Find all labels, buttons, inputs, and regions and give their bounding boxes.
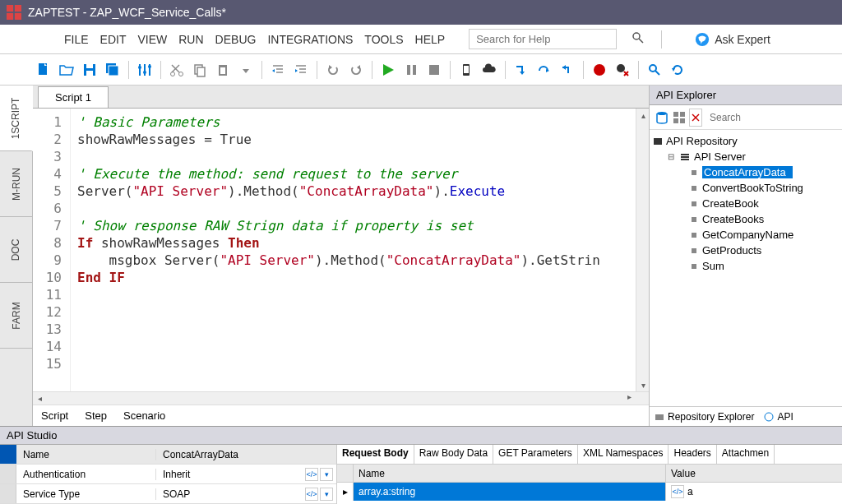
svg-point-23 bbox=[179, 72, 183, 76]
copy-button[interactable] bbox=[189, 59, 210, 81]
prop-dropdown-icon[interactable]: ▾ bbox=[320, 488, 333, 501]
tree-method-concatarraydata[interactable]: ConcatArrayData bbox=[653, 164, 839, 180]
tab-get-params[interactable]: GET Parameters bbox=[493, 445, 578, 464]
svg-rect-25 bbox=[197, 67, 205, 76]
code-body[interactable]: ' Basic ParametersshowRawMessages = True… bbox=[71, 109, 649, 391]
tree-method-convertbooktostring[interactable]: ConvertBookToString bbox=[653, 180, 839, 196]
save-button[interactable] bbox=[79, 59, 100, 81]
tab-attachments[interactable]: Attachmen bbox=[717, 445, 775, 464]
menu-help[interactable]: HELP bbox=[415, 33, 446, 46]
step-out-button[interactable] bbox=[557, 59, 578, 81]
req-header-name: Name bbox=[354, 465, 666, 482]
svg-point-22 bbox=[171, 72, 175, 76]
api-search-input[interactable] bbox=[706, 109, 837, 126]
horizontal-scrollbar[interactable]: ◂ ▸ bbox=[33, 391, 649, 405]
tab-request-body[interactable]: Request Body bbox=[337, 445, 414, 464]
req-code-icon[interactable]: </> bbox=[671, 485, 684, 498]
svg-rect-66 bbox=[692, 170, 696, 175]
row-selector-icon[interactable]: ▸ bbox=[337, 483, 354, 501]
indent-button[interactable] bbox=[290, 59, 312, 81]
step-over-button[interactable] bbox=[534, 59, 555, 81]
scroll-right-icon[interactable]: ▸ bbox=[622, 392, 636, 401]
tree-method-createbook[interactable]: CreateBook bbox=[653, 196, 839, 211]
menu-edit[interactable]: EDIT bbox=[100, 33, 127, 46]
record-button[interactable] bbox=[589, 59, 610, 81]
tree-api-server[interactable]: ⊟API Server bbox=[653, 149, 839, 164]
vertical-scrollbar[interactable]: ▴ ▾ bbox=[636, 109, 649, 391]
pause-button[interactable] bbox=[400, 59, 422, 81]
tab-step[interactable]: Step bbox=[85, 409, 107, 422]
request-panel: Request Body Raw Body Data GET Parameter… bbox=[337, 445, 842, 504]
find-button[interactable] bbox=[644, 59, 665, 81]
device-button[interactable] bbox=[456, 59, 477, 81]
cloud-button[interactable] bbox=[479, 59, 500, 81]
menu-integrations[interactable]: INTEGRATIONS bbox=[267, 33, 353, 46]
save-all-button[interactable] bbox=[102, 59, 123, 81]
request-body-row[interactable]: ▸ array.a:string </>a bbox=[337, 483, 842, 501]
svg-rect-42 bbox=[429, 65, 439, 75]
req-row-value[interactable]: a bbox=[687, 486, 693, 497]
tab-script[interactable]: Script bbox=[41, 409, 68, 422]
api-db-icon[interactable] bbox=[655, 109, 669, 127]
refresh-button[interactable] bbox=[667, 59, 688, 81]
search-help-input[interactable] bbox=[469, 29, 617, 49]
api-tree[interactable]: API Repository⊟API ServerConcatArrayData… bbox=[650, 130, 842, 406]
scroll-down-icon[interactable]: ▾ bbox=[636, 378, 649, 391]
tab-api[interactable]: API bbox=[759, 408, 798, 426]
tab-raw-body[interactable]: Raw Body Data bbox=[414, 445, 493, 464]
tree-api-repository[interactable]: API Repository bbox=[653, 133, 839, 149]
scroll-up-icon[interactable]: ▴ bbox=[636, 109, 649, 122]
svg-point-55 bbox=[657, 112, 667, 115]
paste-button[interactable] bbox=[212, 59, 234, 81]
tab-repository-explorer[interactable]: Repository Explorer bbox=[650, 408, 759, 426]
tab-1script[interactable]: 1SCRIPT bbox=[0, 86, 33, 151]
menu-run[interactable]: RUN bbox=[178, 33, 203, 46]
code-editor[interactable]: 123456789101112131415 ' Basic Parameters… bbox=[33, 109, 649, 391]
tab-farm[interactable]: FARM bbox=[0, 283, 32, 349]
tree-method-createbooks[interactable]: CreateBooks bbox=[653, 211, 839, 227]
req-row-name[interactable]: array.a:string bbox=[354, 483, 666, 501]
cut-button[interactable] bbox=[166, 59, 187, 81]
paste-dropdown[interactable] bbox=[235, 59, 257, 81]
menu-file[interactable]: FILE bbox=[64, 33, 89, 46]
ask-expert-button[interactable]: Ask Expert bbox=[695, 32, 770, 47]
menu-tools[interactable]: TOOLS bbox=[364, 33, 403, 46]
prop-service-value[interactable]: SOAP bbox=[163, 488, 190, 500]
step-into-button[interactable] bbox=[511, 59, 532, 81]
tab-mrun[interactable]: M-RUN bbox=[0, 151, 32, 217]
search-help-icon[interactable] bbox=[632, 31, 645, 47]
api-delete-icon[interactable] bbox=[689, 109, 702, 127]
settings-button[interactable] bbox=[134, 59, 155, 81]
api-grid-icon[interactable] bbox=[673, 109, 686, 127]
menu-view[interactable]: VIEW bbox=[137, 33, 167, 46]
api-studio-panel: API Studio Name ConcatArrayData Authenti… bbox=[0, 426, 842, 504]
scroll-left-icon[interactable]: ◂ bbox=[33, 392, 46, 405]
prop-auth-value[interactable]: Inherit bbox=[163, 469, 190, 480]
undo-button[interactable] bbox=[322, 59, 344, 81]
editor-bottom-tabs: Script Step Scenario bbox=[33, 405, 649, 426]
script-tab-1[interactable]: Script 1 bbox=[38, 86, 109, 108]
svg-rect-57 bbox=[680, 112, 685, 117]
new-file-button[interactable] bbox=[33, 59, 54, 81]
prop-code-icon[interactable]: </> bbox=[305, 468, 318, 481]
run-button[interactable] bbox=[377, 59, 399, 81]
tree-method-getcompanyname[interactable]: GetCompanyName bbox=[653, 227, 839, 243]
tree-method-sum[interactable]: Sum bbox=[653, 258, 839, 274]
tab-xml-ns[interactable]: XML Namespaces bbox=[578, 445, 669, 464]
open-folder-button[interactable] bbox=[56, 59, 77, 81]
stop-record-button[interactable] bbox=[612, 59, 633, 81]
prop-dropdown-icon[interactable]: ▾ bbox=[320, 468, 333, 481]
tab-doc[interactable]: DOC bbox=[0, 217, 32, 283]
menu-debug[interactable]: DEBUG bbox=[215, 33, 257, 46]
svg-marker-37 bbox=[329, 65, 332, 70]
svg-rect-59 bbox=[680, 118, 685, 123]
svg-rect-68 bbox=[692, 201, 696, 206]
tab-headers[interactable]: Headers bbox=[669, 445, 716, 464]
redo-button[interactable] bbox=[345, 59, 367, 81]
tree-method-getproducts[interactable]: GetProducts bbox=[653, 243, 839, 258]
prop-code-icon[interactable]: </> bbox=[305, 488, 318, 501]
stop-button[interactable] bbox=[423, 59, 445, 81]
api-studio-title: API Studio bbox=[0, 427, 842, 445]
outdent-button[interactable] bbox=[267, 59, 289, 81]
tab-scenario[interactable]: Scenario bbox=[123, 409, 165, 422]
